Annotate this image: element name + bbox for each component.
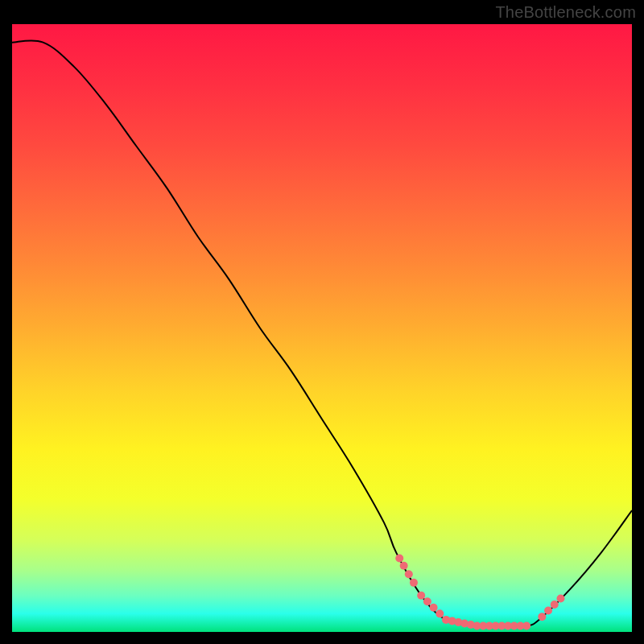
plot-svg [12, 24, 632, 632]
curve-marker-dot [430, 604, 438, 612]
watermark-text: TheBottleneck.com [495, 3, 636, 22]
curve-marker-dot [556, 594, 564, 602]
curve-marker-dot [410, 579, 418, 587]
curve-marker-dot [436, 609, 444, 617]
plot-frame [12, 24, 632, 632]
chart-root: TheBottleneck.com [0, 0, 644, 644]
curve-marker-dot [423, 597, 431, 605]
curve-marker-dot [544, 607, 552, 615]
curve-marker-dot [522, 621, 530, 630]
curve-marker-dot [395, 554, 403, 562]
curve-marker-dot [551, 601, 559, 609]
gradient-background [12, 24, 632, 632]
curve-marker-dot [405, 570, 413, 578]
curve-marker-dot [417, 592, 425, 600]
curve-marker-dot [400, 562, 408, 570]
curve-marker-dot [538, 613, 546, 621]
